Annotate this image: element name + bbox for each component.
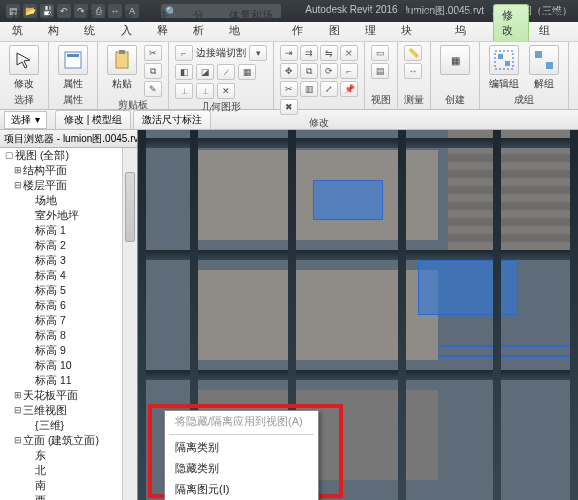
copy-tool-button[interactable]: ⧉ [300, 63, 318, 79]
svg-rect-5 [498, 54, 503, 59]
tree-node[interactable]: ⊞结构平面 [0, 163, 122, 178]
tree-node[interactable]: 场地 [0, 193, 122, 208]
panel-measure: 📏 ↔ 测量 [398, 42, 431, 109]
model-viewport[interactable]: 将隐藏/隔离应用到视图(A)隔离类别隐藏类别隔离图元(I)隐藏图元(H) [138, 130, 578, 500]
tree-node[interactable]: 南 [0, 478, 122, 493]
wall-open-button[interactable]: ▦ [238, 64, 256, 80]
unjoin-button[interactable]: ⟂ [196, 83, 214, 99]
cut-button[interactable]: ✂ [144, 45, 162, 61]
context-sub-tab[interactable]: 激活尺寸标注 [133, 110, 211, 129]
offset-button[interactable]: ⇉ [300, 45, 318, 61]
demo-button[interactable]: ✕ [217, 83, 235, 99]
tree-node[interactable]: ⊟楼层平面 [0, 178, 122, 193]
ribbon-tab[interactable]: 视图 [321, 5, 355, 41]
match-button[interactable]: ✎ [144, 81, 162, 97]
ribbon-tab[interactable]: 分析 [185, 5, 219, 41]
tree-node[interactable]: 标高 5 [0, 283, 122, 298]
tree-node[interactable]: 标高 9 [0, 343, 122, 358]
trim-button[interactable]: ⌐ [340, 63, 358, 79]
ribbon-tab[interactable]: 插入 [113, 5, 147, 41]
join-geom-button[interactable]: ◪ [196, 64, 214, 80]
tree-node[interactable]: 标高 4 [0, 268, 122, 283]
ribbon-tab[interactable]: 构件坞 [447, 5, 490, 41]
copy-button[interactable]: ⧉ [144, 63, 162, 79]
tree-node[interactable]: 标高 11 [0, 373, 122, 388]
tree-node[interactable]: 标高 1 [0, 223, 122, 238]
rotate-button[interactable]: ⟳ [320, 63, 338, 79]
tree-node[interactable]: ⊟三维视图 [0, 403, 122, 418]
ribbon-tab[interactable]: 结构 [40, 5, 74, 41]
split-elem-button[interactable]: ✂ [280, 81, 298, 97]
override-button[interactable]: ▤ [371, 63, 389, 79]
browser-title: 项目浏览器 - lumion图.0045.rvt× [0, 130, 137, 148]
tree-node[interactable]: 室外地坪 [0, 208, 122, 223]
panel-clipboard: 粘贴 ✂ ⧉ ✎ 剪贴板 [98, 42, 169, 109]
create-similar-button[interactable]: ▦ [437, 45, 473, 75]
array-button[interactable]: ▥ [300, 81, 318, 97]
ribbon-tab[interactable]: 修改 [493, 4, 529, 41]
ribbon-tab[interactable]: 体量和场地 [221, 5, 282, 41]
project-tree[interactable]: ▢视图 (全部)⊞结构平面⊟楼层平面场地室外地坪标高 1标高 2标高 3标高 4… [0, 148, 122, 500]
ungroup-button[interactable]: 解组 [526, 45, 562, 91]
panel-title: 修改 [280, 116, 358, 130]
delete-button[interactable]: ✖ [280, 99, 298, 115]
ribbon-tab[interactable]: 管理 [357, 5, 391, 41]
svg-rect-8 [546, 62, 553, 69]
ribbon-tab[interactable]: 注释 [149, 5, 183, 41]
context-menu-item[interactable]: 隔离类别 [165, 437, 318, 458]
panel-group: 编辑组 解组 成组 [480, 42, 569, 109]
modify-tool-button[interactable]: 修改 [6, 45, 42, 91]
ribbon-tab[interactable]: 模型组 [531, 5, 574, 41]
tree-node[interactable]: 标高 8 [0, 328, 122, 343]
pin-button[interactable]: 📌 [340, 81, 358, 97]
move-button[interactable]: ✥ [280, 63, 298, 79]
tree-node[interactable]: ⊞天花板平面 [0, 388, 122, 403]
ribbon-tab[interactable]: 协作 [284, 5, 318, 41]
tree-node[interactable]: {三维} [0, 418, 122, 433]
tree-node[interactable]: ▢视图 (全部) [0, 148, 122, 163]
paste-button[interactable]: 粘贴 [104, 45, 140, 91]
svg-rect-2 [116, 52, 128, 68]
panel-select: 修改 选择 [0, 42, 49, 109]
ribbon-tab[interactable]: 系统 [76, 5, 110, 41]
panel-properties: 属性 属性 [49, 42, 98, 109]
properties-button[interactable]: 属性 [55, 45, 91, 91]
svg-rect-4 [495, 51, 513, 69]
cope-dd[interactable]: ▾ [249, 45, 267, 61]
context-sub-tab[interactable]: 修改 | 模型组 [55, 110, 131, 129]
align-button[interactable]: ⇥ [280, 45, 298, 61]
tree-node[interactable]: 东 [0, 448, 122, 463]
cope-button[interactable]: ⌐ [175, 45, 193, 61]
cut-geom-button[interactable]: ◧ [175, 64, 193, 80]
tree-node[interactable]: 标高 2 [0, 238, 122, 253]
svg-rect-6 [505, 61, 510, 66]
context-menu-item[interactable]: 隐藏类别 [165, 458, 318, 479]
mirror-draw-button[interactable]: ⤧ [340, 45, 358, 61]
tree-node[interactable]: 标高 6 [0, 298, 122, 313]
measure-button[interactable]: 📏 [404, 45, 422, 61]
tree-node[interactable]: 北 [0, 463, 122, 478]
tree-node[interactable]: 标高 3 [0, 253, 122, 268]
svg-rect-1 [67, 54, 79, 57]
hide-button[interactable]: ▭ [371, 45, 389, 61]
tree-node[interactable]: ⊟立面 (建筑立面) [0, 433, 122, 448]
edit-group-button[interactable]: 编辑组 [486, 45, 522, 91]
dim-button[interactable]: ↔ [404, 63, 422, 79]
ribbon: 修改 选择 属性 属性 粘贴 ✂ ⧉ ✎ 剪贴板 [0, 42, 578, 110]
ribbon-tab[interactable]: 建筑 [4, 5, 38, 41]
split-button[interactable]: ⟋ [217, 64, 235, 80]
tree-node[interactable]: 标高 10 [0, 358, 122, 373]
svg-rect-7 [535, 51, 542, 58]
select-dropdown[interactable]: 选择 ▾ [4, 111, 47, 129]
project-browser: 项目浏览器 - lumion图.0045.rvt× ▢视图 (全部)⊞结构平面⊟… [0, 130, 138, 500]
panel-title: 创建 [437, 93, 473, 107]
ribbon-tabs: 建筑结构系统插入注释分析体量和场地协作视图管理附加模块构件坞修改模型组 [0, 22, 578, 42]
browser-scrollbar[interactable] [122, 148, 137, 500]
context-menu-item[interactable]: 隔离图元(I) [165, 479, 318, 500]
join-button[interactable]: ⟂ [175, 83, 193, 99]
scale-button[interactable]: ⤢ [320, 81, 338, 97]
tree-node[interactable]: 标高 7 [0, 313, 122, 328]
ribbon-tab[interactable]: 附加模块 [393, 5, 445, 41]
tree-node[interactable]: 西 [0, 493, 122, 500]
mirror-axis-button[interactable]: ⇋ [320, 45, 338, 61]
